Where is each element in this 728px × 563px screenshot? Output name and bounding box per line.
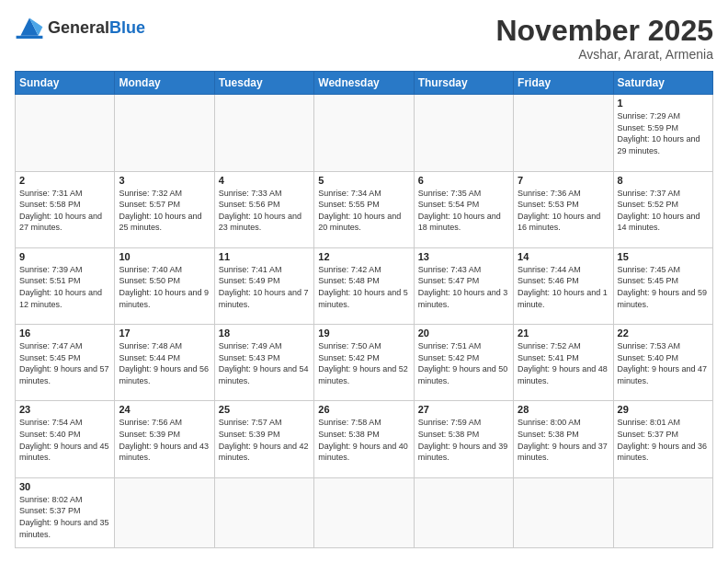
day-info-27: Sunrise: 7:59 AM Sunset: 5:38 PM Dayligh… [418, 417, 509, 463]
calendar-cell-32: 27Sunrise: 7:59 AM Sunset: 5:38 PM Dayli… [414, 401, 513, 477]
day-info-24: Sunrise: 7:56 AM Sunset: 5:39 PM Dayligh… [119, 417, 210, 463]
day-number-29: 29 [618, 404, 709, 415]
day-number-22: 22 [618, 327, 709, 339]
calendar-cell-15: 10Sunrise: 7:40 AM Sunset: 5:50 PM Dayli… [115, 247, 214, 324]
header-tuesday: Tuesday [214, 72, 313, 95]
day-number-8: 8 [618, 175, 709, 186]
weekday-row: Sunday Monday Tuesday Wednesday Thursday… [16, 72, 713, 95]
calendar-cell-41 [613, 477, 712, 547]
day-info-10: Sunrise: 7:40 AM Sunset: 5:50 PM Dayligh… [119, 264, 210, 310]
day-info-1: Sunrise: 7:29 AM Sunset: 5:59 PM Dayligh… [618, 110, 709, 156]
day-info-23: Sunrise: 7:54 AM Sunset: 5:40 PM Dayligh… [19, 417, 110, 463]
calendar-cell-28: 23Sunrise: 7:54 AM Sunset: 5:40 PM Dayli… [16, 401, 115, 477]
calendar-cell-22: 17Sunrise: 7:48 AM Sunset: 5:44 PM Dayli… [115, 325, 214, 401]
day-number-9: 9 [19, 251, 110, 262]
calendar-cell-38 [314, 477, 414, 547]
day-info-14: Sunrise: 7:44 AM Sunset: 5:46 PM Dayligh… [518, 264, 609, 310]
day-number-23: 23 [19, 404, 110, 415]
day-info-29: Sunrise: 8:01 AM Sunset: 5:37 PM Dayligh… [618, 417, 709, 463]
day-info-2: Sunrise: 7:31 AM Sunset: 5:58 PM Dayligh… [19, 188, 110, 234]
calendar-cell-33: 28Sunrise: 8:00 AM Sunset: 5:38 PM Dayli… [514, 401, 613, 477]
calendar-cell-9: 4Sunrise: 7:33 AM Sunset: 5:56 PM Daylig… [214, 171, 313, 247]
day-number-12: 12 [318, 251, 409, 262]
header-friday: Friday [514, 72, 613, 95]
day-info-28: Sunrise: 8:00 AM Sunset: 5:38 PM Dayligh… [518, 417, 609, 463]
calendar-cell-27: 22Sunrise: 7:53 AM Sunset: 5:40 PM Dayli… [613, 325, 712, 401]
day-number-1: 1 [618, 98, 709, 109]
calendar-cell-18: 13Sunrise: 7:43 AM Sunset: 5:47 PM Dayli… [414, 247, 513, 324]
calendar-cell-5 [514, 95, 613, 171]
calendar-cell-1 [115, 95, 214, 171]
logo-icon [15, 15, 44, 40]
day-number-28: 28 [518, 404, 609, 415]
day-number-30: 30 [19, 481, 110, 492]
day-number-20: 20 [418, 327, 509, 339]
day-number-21: 21 [518, 327, 609, 339]
day-info-15: Sunrise: 7:45 AM Sunset: 5:45 PM Dayligh… [618, 264, 709, 310]
day-number-26: 26 [318, 404, 409, 415]
day-info-5: Sunrise: 7:34 AM Sunset: 5:55 PM Dayligh… [318, 188, 409, 234]
day-info-11: Sunrise: 7:41 AM Sunset: 5:49 PM Dayligh… [219, 264, 310, 310]
day-number-17: 17 [119, 327, 210, 339]
day-number-3: 3 [119, 175, 210, 186]
day-info-17: Sunrise: 7:48 AM Sunset: 5:44 PM Dayligh… [119, 340, 210, 386]
svg-rect-2 [17, 36, 43, 39]
day-info-21: Sunrise: 7:52 AM Sunset: 5:41 PM Dayligh… [518, 340, 609, 386]
calendar-cell-13: 8Sunrise: 7:37 AM Sunset: 5:52 PM Daylig… [613, 171, 712, 247]
day-number-2: 2 [19, 175, 110, 186]
calendar-cell-8: 3Sunrise: 7:32 AM Sunset: 5:57 PM Daylig… [115, 171, 214, 247]
day-number-13: 13 [418, 251, 509, 262]
calendar-cell-24: 19Sunrise: 7:50 AM Sunset: 5:42 PM Dayli… [314, 325, 414, 401]
header-saturday: Saturday [613, 72, 712, 95]
calendar-cell-30: 25Sunrise: 7:57 AM Sunset: 5:39 PM Dayli… [214, 401, 313, 477]
calendar-cell-29: 24Sunrise: 7:56 AM Sunset: 5:39 PM Dayli… [115, 401, 214, 477]
calendar-row-3: 16Sunrise: 7:47 AM Sunset: 5:45 PM Dayli… [16, 325, 713, 401]
day-number-4: 4 [219, 175, 310, 186]
calendar-cell-25: 20Sunrise: 7:51 AM Sunset: 5:42 PM Dayli… [414, 325, 513, 401]
header: GeneralBlue November 2025 Avshar, Ararat… [15, 15, 713, 62]
day-info-9: Sunrise: 7:39 AM Sunset: 5:51 PM Dayligh… [19, 264, 110, 310]
title-block: November 2025 Avshar, Ararat, Armenia [495, 15, 713, 62]
day-number-15: 15 [618, 251, 709, 262]
calendar-body: 1Sunrise: 7:29 AM Sunset: 5:59 PM Daylig… [16, 95, 713, 548]
day-number-18: 18 [219, 327, 310, 339]
calendar-header: Sunday Monday Tuesday Wednesday Thursday… [16, 72, 713, 95]
header-sunday: Sunday [16, 72, 115, 95]
header-thursday: Thursday [414, 72, 513, 95]
day-number-24: 24 [119, 404, 210, 415]
logo-general: General [48, 18, 109, 37]
day-info-6: Sunrise: 7:35 AM Sunset: 5:54 PM Dayligh… [418, 188, 509, 234]
day-number-19: 19 [318, 327, 409, 339]
calendar-cell-34: 29Sunrise: 8:01 AM Sunset: 5:37 PM Dayli… [613, 401, 712, 477]
calendar-cell-4 [414, 95, 513, 171]
day-info-30: Sunrise: 8:02 AM Sunset: 5:37 PM Dayligh… [19, 494, 110, 540]
day-number-5: 5 [318, 175, 409, 186]
day-info-4: Sunrise: 7:33 AM Sunset: 5:56 PM Dayligh… [219, 188, 310, 234]
logo-text: GeneralBlue [48, 18, 145, 38]
month-title: November 2025 [495, 15, 713, 47]
location-subtitle: Avshar, Ararat, Armenia [495, 47, 713, 62]
day-number-11: 11 [219, 251, 310, 262]
calendar-cell-21: 16Sunrise: 7:47 AM Sunset: 5:45 PM Dayli… [16, 325, 115, 401]
calendar-row-4: 23Sunrise: 7:54 AM Sunset: 5:40 PM Dayli… [16, 401, 713, 477]
day-number-25: 25 [219, 404, 310, 415]
day-info-22: Sunrise: 7:53 AM Sunset: 5:40 PM Dayligh… [618, 340, 709, 386]
calendar-cell-16: 11Sunrise: 7:41 AM Sunset: 5:49 PM Dayli… [214, 247, 313, 324]
calendar-cell-14: 9Sunrise: 7:39 AM Sunset: 5:51 PM Daylig… [16, 247, 115, 324]
day-info-3: Sunrise: 7:32 AM Sunset: 5:57 PM Dayligh… [119, 188, 210, 234]
header-wednesday: Wednesday [314, 72, 414, 95]
calendar-cell-39 [414, 477, 513, 547]
logo-blue: Blue [109, 18, 145, 37]
day-info-7: Sunrise: 7:36 AM Sunset: 5:53 PM Dayligh… [518, 188, 609, 234]
calendar-cell-23: 18Sunrise: 7:49 AM Sunset: 5:43 PM Dayli… [214, 325, 313, 401]
calendar-cell-10: 5Sunrise: 7:34 AM Sunset: 5:55 PM Daylig… [314, 171, 414, 247]
calendar-cell-37 [214, 477, 313, 547]
day-number-6: 6 [418, 175, 509, 186]
calendar-cell-26: 21Sunrise: 7:52 AM Sunset: 5:41 PM Dayli… [514, 325, 613, 401]
day-info-16: Sunrise: 7:47 AM Sunset: 5:45 PM Dayligh… [19, 340, 110, 386]
day-info-20: Sunrise: 7:51 AM Sunset: 5:42 PM Dayligh… [418, 340, 509, 386]
calendar-cell-20: 15Sunrise: 7:45 AM Sunset: 5:45 PM Dayli… [613, 247, 712, 324]
day-info-13: Sunrise: 7:43 AM Sunset: 5:47 PM Dayligh… [418, 264, 509, 310]
calendar-cell-31: 26Sunrise: 7:58 AM Sunset: 5:38 PM Dayli… [314, 401, 414, 477]
day-info-18: Sunrise: 7:49 AM Sunset: 5:43 PM Dayligh… [219, 340, 310, 386]
